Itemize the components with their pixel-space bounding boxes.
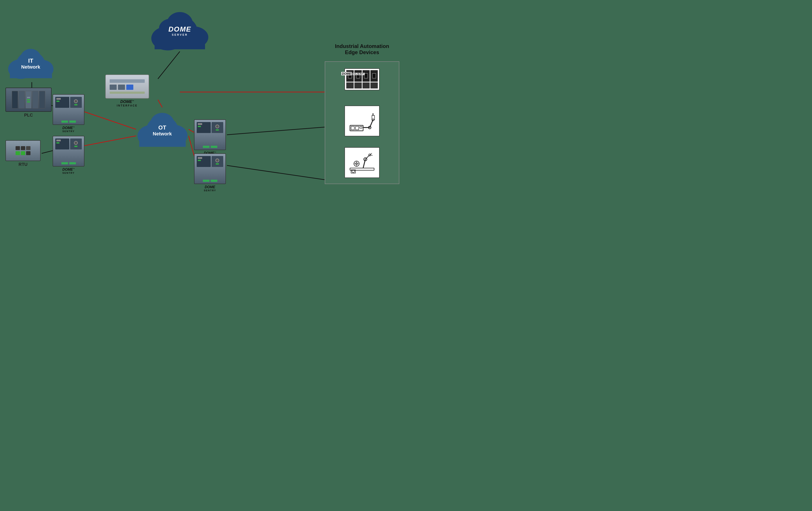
svg-rect-17 xyxy=(154,36,205,49)
svg-rect-22 xyxy=(10,68,52,78)
ot-network-label: Network xyxy=(153,131,172,137)
svg-line-11 xyxy=(227,166,324,180)
svg-line-4 xyxy=(84,112,136,129)
network-label: Network xyxy=(21,64,40,70)
dome-server-logo: DOME xyxy=(168,25,191,33)
it-label: IT xyxy=(21,57,40,64)
svg-rect-30 xyxy=(355,126,359,130)
svg-line-6 xyxy=(158,100,162,108)
dome-sentry-left-top: DOME™ SENTRY xyxy=(53,94,84,138)
plc-device: PLC xyxy=(5,88,52,121)
plc-label: PLC xyxy=(5,113,52,118)
dome-interface-logo: DOME xyxy=(120,99,132,104)
dome-interface-area: DOME™ INTERFACE xyxy=(105,74,149,107)
dome-sentry-left-bottom-sub: SENTRY xyxy=(53,172,84,174)
edge-devices-title-line2: Edge Devices xyxy=(325,49,399,55)
dome-sentry-left-bottom-logo: DOME xyxy=(62,168,73,171)
svg-line-47 xyxy=(370,155,373,155)
svg-line-0 xyxy=(158,52,180,79)
robot-arm-icon-1 xyxy=(345,106,380,136)
dome-client-sub: CLIENT xyxy=(353,73,365,75)
rtu-device: RTU xyxy=(5,140,40,169)
ot-network-cloud: OT Network xyxy=(136,108,188,150)
edge-devices-container: Industrial Automation Edge Devices xyxy=(325,61,399,184)
dome-sentry-right-bottom-sub: SENTRY xyxy=(194,189,226,192)
robot-arm-icon-2 xyxy=(345,147,380,178)
dome-sentry-right-bottom: DOME SENTRY xyxy=(194,153,226,197)
dome-sentry-left-top-sub: SENTRY xyxy=(53,130,84,132)
it-network-cloud: IT Network xyxy=(7,44,55,81)
svg-line-10 xyxy=(227,127,324,135)
rtu-label: RTU xyxy=(5,162,40,167)
svg-rect-29 xyxy=(351,126,354,130)
dome-interface-sub: INTERFACE xyxy=(117,104,138,107)
dome-sentry-left-bottom: DOME™ SENTRY xyxy=(53,136,84,180)
dome-server-cloud: DOME SERVER xyxy=(149,4,210,53)
dome-client-logo: DOME xyxy=(341,72,352,76)
dome-server-tm: SERVER xyxy=(168,33,191,36)
ot-label: OT xyxy=(153,124,172,131)
svg-rect-31 xyxy=(360,126,362,128)
dome-client-area: DOME CLIENT xyxy=(340,68,384,76)
edge-devices-title-line1: Industrial Automation xyxy=(325,43,399,49)
dome-sentry-left-top-logo: DOME xyxy=(62,126,73,130)
dome-sentry-right-bottom-logo: DOME xyxy=(205,185,215,189)
svg-line-5 xyxy=(84,136,136,146)
